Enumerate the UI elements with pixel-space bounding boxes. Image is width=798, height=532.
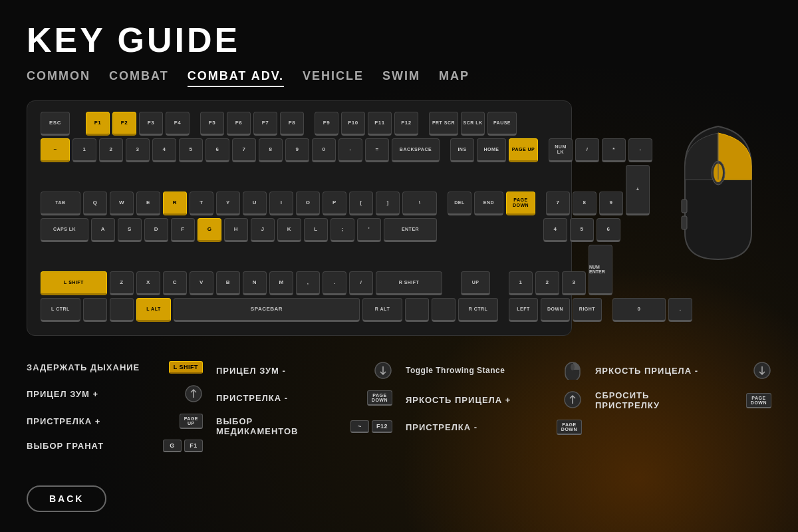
key-right[interactable]: RIGHT bbox=[573, 298, 602, 322]
key-x[interactable]: X bbox=[136, 271, 160, 295]
key-4[interactable]: 4 bbox=[152, 138, 176, 162]
key-f10[interactable]: F10 bbox=[341, 112, 365, 136]
key-f[interactable]: F bbox=[171, 218, 195, 242]
key-rmenu[interactable] bbox=[432, 298, 456, 322]
key-pageup[interactable]: PAGE UP bbox=[509, 138, 538, 162]
key-f12[interactable]: F12 bbox=[394, 112, 418, 136]
key-num3[interactable]: 3 bbox=[562, 271, 586, 295]
key-rshift[interactable]: R SHIFT bbox=[376, 271, 442, 295]
key-f2[interactable]: F2 bbox=[112, 112, 136, 136]
key-numstar[interactable]: * bbox=[602, 138, 626, 162]
key-numdot[interactable]: . bbox=[668, 298, 692, 322]
key-numminus[interactable]: - bbox=[628, 138, 652, 162]
key-a[interactable]: A bbox=[91, 218, 115, 242]
key-minus[interactable]: - bbox=[338, 138, 362, 162]
key-tilde[interactable]: ~ bbox=[41, 138, 70, 162]
key-g[interactable]: G bbox=[198, 218, 221, 242]
key-3[interactable]: 3 bbox=[126, 138, 150, 162]
key-tab[interactable]: TAB bbox=[41, 192, 80, 215]
tab-combat-adv[interactable]: COMBAT ADV. bbox=[188, 69, 284, 87]
key-f6[interactable]: F6 bbox=[227, 112, 251, 136]
key-v[interactable]: V bbox=[190, 271, 213, 295]
key-c[interactable]: C bbox=[163, 271, 187, 295]
key-s[interactable]: S bbox=[118, 218, 142, 242]
key-n[interactable]: N bbox=[243, 271, 267, 295]
tab-swim[interactable]: SWIM bbox=[382, 69, 420, 86]
key-semicolon[interactable]: ; bbox=[331, 218, 354, 242]
key-num1[interactable]: 1 bbox=[509, 271, 533, 295]
key-8[interactable]: 8 bbox=[259, 138, 283, 162]
key-t[interactable]: T bbox=[190, 192, 213, 215]
key-lctrl[interactable]: L CTRL bbox=[41, 298, 80, 322]
key-del[interactable]: DEL bbox=[448, 192, 471, 215]
tab-common[interactable]: COMMON bbox=[27, 69, 90, 86]
key-comma[interactable]: , bbox=[296, 271, 320, 295]
key-z[interactable]: Z bbox=[110, 271, 134, 295]
key-left[interactable]: LEFT bbox=[509, 298, 538, 322]
key-p[interactable]: P bbox=[323, 192, 346, 215]
key-num0[interactable]: 0 bbox=[612, 298, 666, 322]
key-esc[interactable]: ESC bbox=[41, 112, 70, 136]
key-enter[interactable]: ENTER bbox=[384, 218, 437, 242]
key-equals[interactable]: = bbox=[365, 138, 389, 162]
key-rbracket[interactable]: ] bbox=[376, 192, 400, 215]
key-prtscr[interactable]: PRT SCR bbox=[429, 112, 458, 136]
key-q[interactable]: Q bbox=[83, 192, 107, 215]
key-scrlk[interactable]: SCR LK bbox=[461, 112, 485, 136]
key-period[interactable]: . bbox=[323, 271, 346, 295]
key-pagedown[interactable]: PAGE DOWN bbox=[506, 192, 535, 215]
key-f3[interactable]: F3 bbox=[139, 112, 163, 136]
key-i[interactable]: I bbox=[269, 192, 293, 215]
key-lwin[interactable] bbox=[83, 298, 107, 322]
key-u[interactable]: U bbox=[243, 192, 267, 215]
key-numenter[interactable]: NUM ENTER bbox=[589, 245, 612, 295]
key-rfn[interactable] bbox=[405, 298, 429, 322]
key-f8[interactable]: F8 bbox=[280, 112, 304, 136]
key-up[interactable]: UP bbox=[461, 271, 490, 295]
key-num4[interactable]: 4 bbox=[543, 218, 567, 242]
key-w[interactable]: W bbox=[110, 192, 134, 215]
key-9[interactable]: 9 bbox=[285, 138, 309, 162]
key-pause[interactable]: PAUSE bbox=[487, 112, 517, 136]
key-num5[interactable]: 5 bbox=[570, 218, 594, 242]
key-f5[interactable]: F5 bbox=[200, 112, 224, 136]
key-o[interactable]: O bbox=[296, 192, 320, 215]
key-home[interactable]: HOME bbox=[477, 138, 506, 162]
key-f9[interactable]: F9 bbox=[315, 112, 338, 136]
tab-vehicle[interactable]: VEHICLE bbox=[303, 69, 364, 86]
key-d[interactable]: D bbox=[144, 218, 168, 242]
key-num2[interactable]: 2 bbox=[535, 271, 559, 295]
key-l[interactable]: L bbox=[304, 218, 328, 242]
key-capslock[interactable]: CAPS LK bbox=[41, 218, 88, 242]
key-5[interactable]: 5 bbox=[179, 138, 203, 162]
key-fwdslash[interactable]: / bbox=[349, 271, 373, 295]
key-quote[interactable]: ' bbox=[357, 218, 381, 242]
key-numslash[interactable]: / bbox=[575, 138, 599, 162]
back-button[interactable]: BACK bbox=[27, 485, 106, 512]
key-f4[interactable]: F4 bbox=[166, 112, 190, 136]
key-f11[interactable]: F11 bbox=[368, 112, 392, 136]
key-h[interactable]: H bbox=[224, 218, 248, 242]
key-2[interactable]: 2 bbox=[99, 138, 123, 162]
key-r[interactable]: R bbox=[163, 192, 187, 215]
key-m[interactable]: M bbox=[269, 271, 293, 295]
key-backspace[interactable]: BACKSPACE bbox=[392, 138, 440, 162]
key-num9[interactable]: 9 bbox=[599, 192, 623, 215]
key-spacebar[interactable]: SPACEBAR bbox=[174, 298, 360, 322]
key-backslash[interactable]: \ bbox=[402, 192, 437, 215]
key-f7[interactable]: F7 bbox=[253, 112, 277, 136]
tab-combat[interactable]: COMBAT bbox=[109, 69, 169, 86]
key-num6[interactable]: 6 bbox=[597, 218, 620, 242]
key-e[interactable]: E bbox=[136, 192, 160, 215]
key-down[interactable]: DOWN bbox=[541, 298, 570, 322]
key-1[interactable]: 1 bbox=[72, 138, 96, 162]
key-rctrl[interactable]: R CTRL bbox=[458, 298, 498, 322]
key-0[interactable]: 0 bbox=[312, 138, 336, 162]
key-num7[interactable]: 7 bbox=[546, 192, 570, 215]
key-ins[interactable]: INS bbox=[450, 138, 474, 162]
key-lwin2[interactable] bbox=[110, 298, 134, 322]
key-f1[interactable]: F1 bbox=[86, 112, 110, 136]
key-k[interactable]: K bbox=[277, 218, 301, 242]
key-6[interactable]: 6 bbox=[205, 138, 229, 162]
key-lshift[interactable]: L SHIFT bbox=[41, 271, 107, 295]
